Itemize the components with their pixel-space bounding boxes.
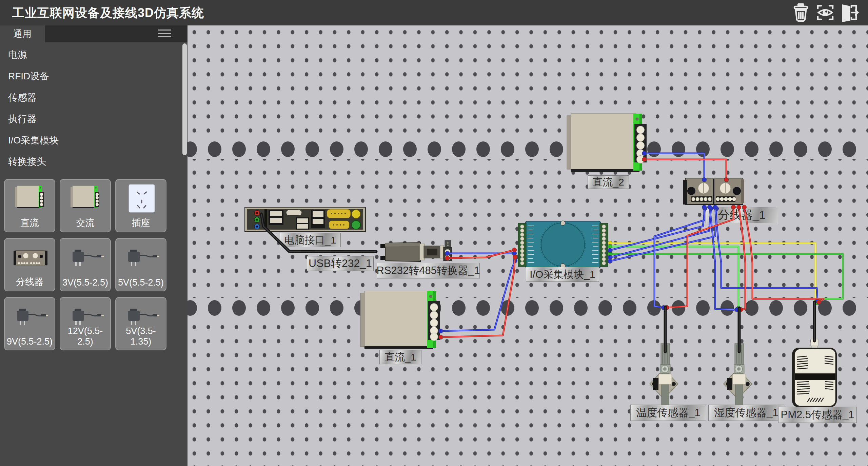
card-4[interactable]: 3V(5.5-2.5): [60, 238, 111, 291]
label-temp-sensor-1: 温度传感器_1: [630, 405, 706, 421]
card-label: 插座: [116, 217, 166, 229]
device-io-module-1[interactable]: [518, 221, 608, 268]
simulation-canvas[interactable]: 直流_2分线器_1电脑接口_1USB转232_1RS232转485转换器_1I/…: [188, 25, 868, 466]
card-label: 分线器: [5, 276, 55, 288]
sidebar-item-0[interactable]: 电源: [0, 44, 188, 65]
card-0[interactable]: 直流: [4, 179, 55, 232]
sidebar-tab-bar: 通用: [0, 25, 188, 42]
card-label: 5V(5.5-2.5): [116, 277, 166, 288]
card-label: 12V(5.5-2.5): [60, 326, 110, 347]
category-list: 电源RFID设备传感器执行器I/O采集模块转换接头: [0, 44, 188, 172]
device-dc-2[interactable]: [567, 114, 647, 172]
sidebar-item-3[interactable]: 执行器: [0, 108, 188, 130]
card-label: 5V(3.5-1.35): [116, 326, 166, 347]
sidebar-item-2[interactable]: 传感器: [0, 87, 188, 108]
app-window: 工业互联网设备及接线3D仿真系统: [0, 0, 868, 466]
card-6[interactable]: 9V(5.5-2.5): [4, 297, 55, 350]
exit-icon[interactable]: [840, 3, 859, 22]
label-rs232-485-1: RS232转485转换器_1: [377, 263, 480, 278]
card-8[interactable]: 5V(3.5-1.35): [115, 297, 166, 350]
label-io-module-1: I/O采集模块_1: [526, 267, 599, 282]
label-dc-1: 直流_1: [379, 350, 421, 364]
card-7[interactable]: 12V(5.5-2.5): [60, 297, 111, 350]
tab-general[interactable]: 通用: [0, 25, 45, 42]
view-icon[interactable]: [816, 3, 835, 22]
splitter-thumb-icon: [5, 241, 55, 276]
sidebar-item-1[interactable]: RFID设备: [0, 65, 188, 87]
sidebar-scrollbar[interactable]: [182, 43, 187, 155]
adapter-thumb-icon: [116, 241, 166, 276]
component-sidebar: 通用 电源RFID设备传感器执行器I/O采集模块转换接头 直流交流插座分线器3V…: [0, 25, 188, 466]
card-label: 9V(5.5-2.5): [5, 336, 55, 347]
label-dc-2: 直流_2: [588, 175, 629, 189]
adapter-thumb-icon: [60, 241, 110, 276]
label-pc-port-1: 电脑接口_1: [280, 233, 341, 247]
psu-thumb-icon: [60, 182, 110, 217]
card-5[interactable]: 5V(5.5-2.5): [115, 238, 166, 291]
title-bar: 工业互联网设备及接线3D仿真系统: [0, 0, 868, 25]
card-1[interactable]: 交流: [60, 179, 111, 232]
card-2[interactable]: 插座: [115, 179, 166, 232]
card-label: 3V(5.5-2.5): [60, 277, 110, 288]
psu-thumb-icon: [5, 182, 55, 217]
card-label: 直流: [5, 217, 55, 229]
sidebar-item-5[interactable]: 转换接头: [0, 151, 188, 172]
menu-icon[interactable]: [158, 30, 171, 38]
socket-thumb-icon: [116, 182, 166, 217]
device-pc-port-1[interactable]: [245, 207, 366, 232]
device-pm25-sensor-1[interactable]: [792, 339, 837, 407]
sidebar-item-4[interactable]: I/O采集模块: [0, 130, 188, 151]
label-usb-232-1: USB转232_1: [307, 256, 374, 271]
card-3[interactable]: 分线器: [4, 238, 55, 291]
adapter-thumb-icon: [5, 300, 55, 335]
card-label: 交流: [60, 217, 110, 229]
device-splitter-1[interactable]: [683, 178, 744, 205]
page-title: 工业互联网设备及接线3D仿真系统: [12, 5, 204, 21]
component-card-grid: 直流交流插座分线器3V(5.5-2.5)5V(5.5-2.5)9V(5.5-2.…: [0, 179, 192, 350]
label-fenxianqi-1: 分线器_1: [706, 207, 778, 223]
trash-icon[interactable]: [791, 3, 810, 22]
label-pm25-sensor-1: PM2.5传感器_1: [778, 407, 857, 423]
device-dc-1[interactable]: [360, 291, 440, 349]
label-humidity-sensor-1: 湿度传感器_1: [708, 405, 784, 421]
